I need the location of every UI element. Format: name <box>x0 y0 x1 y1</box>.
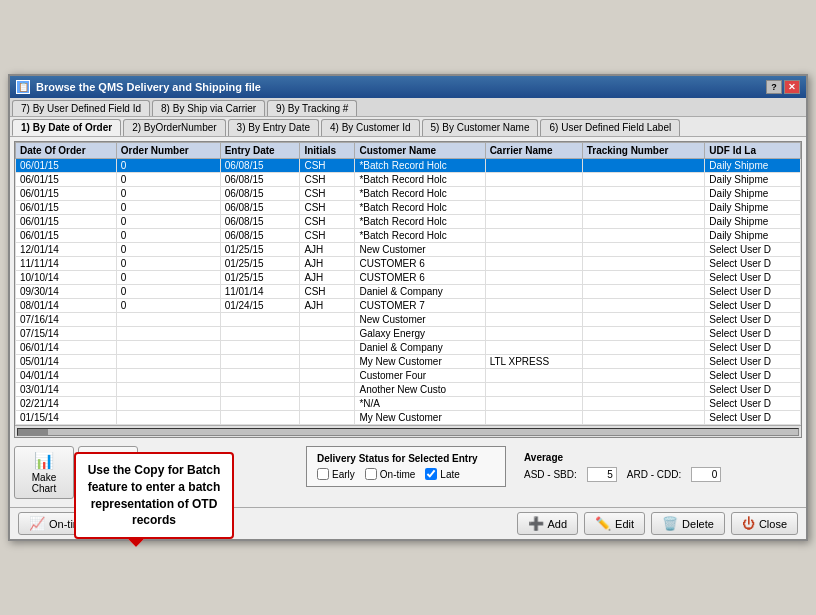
cell-4-6 <box>582 215 705 229</box>
cell-17-7: Select User D <box>705 397 801 411</box>
cell-13-2 <box>220 341 300 355</box>
hscroll-track[interactable] <box>17 428 799 436</box>
average-title: Average <box>524 452 721 463</box>
cell-6-0: 12/01/14 <box>16 243 117 257</box>
col-carrier-name[interactable]: Carrier Name <box>485 143 582 159</box>
late-label: Late <box>440 469 459 480</box>
content-area: Date Of Order Order Number Entry Date In… <box>10 137 806 507</box>
table-row[interactable]: 02/21/14*N/ASelect User D <box>16 397 801 411</box>
table-row[interactable]: 06/01/15006/08/15CSH*Batch Record HolcDa… <box>16 173 801 187</box>
table-row[interactable]: 07/15/14Galaxy EnergySelect User D <box>16 327 801 341</box>
table-row[interactable]: 05/01/14My New CustomerLTL XPRESSSelect … <box>16 355 801 369</box>
cell-12-1 <box>116 327 220 341</box>
cell-18-0: 01/15/14 <box>16 411 117 425</box>
col-entry-date[interactable]: Entry Date <box>220 143 300 159</box>
tab-order-number[interactable]: 2) ByOrderNumber <box>123 119 225 136</box>
table-row[interactable]: 09/30/14011/01/14CSHDaniel & CompanySele… <box>16 285 801 299</box>
cell-0-2: 06/08/15 <box>220 159 300 173</box>
cell-9-7: Select User D <box>705 285 801 299</box>
cell-4-3: CSH <box>300 215 355 229</box>
crud-buttons: ➕ Add ✏️ Edit 🗑️ Delete ⏻ Close <box>517 512 798 535</box>
col-udf-id[interactable]: UDF Id La <box>705 143 801 159</box>
early-label: Early <box>332 469 355 480</box>
cell-7-1: 0 <box>116 257 220 271</box>
col-order-number[interactable]: Order Number <box>116 143 220 159</box>
window-close-button[interactable]: ✕ <box>784 80 800 94</box>
cell-3-2: 06/08/15 <box>220 201 300 215</box>
cell-3-0: 06/01/15 <box>16 201 117 215</box>
table-row[interactable]: 07/16/14New CustomerSelect User D <box>16 313 801 327</box>
cell-1-4: *Batch Record Holc <box>355 173 485 187</box>
cell-15-7: Select User D <box>705 369 801 383</box>
edit-button[interactable]: ✏️ Edit <box>584 512 645 535</box>
cell-16-0: 03/01/14 <box>16 383 117 397</box>
tab-entry-date[interactable]: 3) By Entry Date <box>228 119 319 136</box>
cell-15-0: 04/01/14 <box>16 369 117 383</box>
tab-user-defined-field-id[interactable]: 7) By User Defined Field Id <box>12 100 150 116</box>
table-row[interactable]: 01/15/14My New CustomerSelect User D <box>16 411 801 425</box>
cell-13-4: Daniel & Company <box>355 341 485 355</box>
cell-15-5 <box>485 369 582 383</box>
col-initials[interactable]: Initials <box>300 143 355 159</box>
tab-date-of-order[interactable]: 1) By Date of Order <box>12 119 121 136</box>
cell-16-4: Another New Custo <box>355 383 485 397</box>
table-row[interactable]: 06/01/15006/08/15CSH*Batch Record HolcDa… <box>16 187 801 201</box>
table-row[interactable]: 06/01/15006/08/15CSH*Batch Record HolcDa… <box>16 159 801 173</box>
table-wrapper[interactable]: Date Of Order Order Number Entry Date In… <box>15 142 801 425</box>
table-row[interactable]: 06/01/14Daniel & CompanySelect User D <box>16 341 801 355</box>
delete-button[interactable]: 🗑️ Delete <box>651 512 725 535</box>
tab-tracking-number[interactable]: 9) By Tracking # <box>267 100 357 116</box>
cell-5-3: CSH <box>300 229 355 243</box>
horizontal-scrollbar[interactable] <box>15 425 801 437</box>
cell-10-6 <box>582 299 705 313</box>
cell-1-6 <box>582 173 705 187</box>
cell-8-5 <box>485 271 582 285</box>
table-row[interactable]: 06/01/15006/08/15CSH*Batch Record HolcDa… <box>16 215 801 229</box>
table-row[interactable]: 06/01/15006/08/15CSH*Batch Record HolcDa… <box>16 229 801 243</box>
cell-2-5 <box>485 187 582 201</box>
main-window: 📋 Browse the QMS Delivery and Shipping f… <box>8 74 808 541</box>
cell-17-4: *N/A <box>355 397 485 411</box>
cell-18-7: Select User D <box>705 411 801 425</box>
cell-7-5 <box>485 257 582 271</box>
tab-customer-id[interactable]: 4) By Customer Id <box>321 119 420 136</box>
cell-2-3: CSH <box>300 187 355 201</box>
cell-3-5 <box>485 201 582 215</box>
tab-ship-via-carrier[interactable]: 8) By Ship via Carrier <box>152 100 265 116</box>
early-checkbox[interactable] <box>317 468 329 480</box>
table-row[interactable]: 08/01/14001/24/15AJHCUSTOMER 7Select Use… <box>16 299 801 313</box>
cell-15-3 <box>300 369 355 383</box>
col-customer-name[interactable]: Customer Name <box>355 143 485 159</box>
ontime-checkbox[interactable] <box>365 468 377 480</box>
table-row[interactable]: 04/01/14Customer FourSelect User D <box>16 369 801 383</box>
tab-user-defined-field-label[interactable]: 6) User Defined Field Label <box>540 119 680 136</box>
chart-icon: 📊 <box>34 451 54 470</box>
cell-2-1: 0 <box>116 187 220 201</box>
table-row[interactable]: 10/10/14001/25/15AJHCUSTOMER 6Select Use… <box>16 271 801 285</box>
cell-3-4: *Batch Record Holc <box>355 201 485 215</box>
table-row[interactable]: 06/01/15006/08/15CSH*Batch Record HolcDa… <box>16 201 801 215</box>
cell-15-6 <box>582 369 705 383</box>
help-button[interactable]: ? <box>766 80 782 94</box>
col-date-of-order[interactable]: Date Of Order <box>16 143 117 159</box>
tab-customer-name[interactable]: 5) By Customer Name <box>422 119 539 136</box>
hscroll-thumb[interactable] <box>18 429 48 435</box>
cell-12-3 <box>300 327 355 341</box>
cell-15-4: Customer Four <box>355 369 485 383</box>
add-button[interactable]: ➕ Add <box>517 512 579 535</box>
cell-2-0: 06/01/15 <box>16 187 117 201</box>
cell-8-7: Select User D <box>705 271 801 285</box>
table-row[interactable]: 12/01/14001/25/15AJHNew CustomerSelect U… <box>16 243 801 257</box>
cell-17-0: 02/21/14 <box>16 397 117 411</box>
cell-16-2 <box>220 383 300 397</box>
cell-6-4: New Customer <box>355 243 485 257</box>
late-checkbox[interactable] <box>425 468 437 480</box>
table-row[interactable]: 11/11/14001/25/15AJHCUSTOMER 6Select Use… <box>16 257 801 271</box>
cell-17-3 <box>300 397 355 411</box>
table-row[interactable]: 03/01/14Another New CustoSelect User D <box>16 383 801 397</box>
cell-5-1: 0 <box>116 229 220 243</box>
make-chart-button[interactable]: 📊 MakeChart <box>14 446 74 499</box>
cell-10-0: 08/01/14 <box>16 299 117 313</box>
close-button[interactable]: ⏻ Close <box>731 512 798 535</box>
col-tracking-number[interactable]: Tracking Number <box>582 143 705 159</box>
